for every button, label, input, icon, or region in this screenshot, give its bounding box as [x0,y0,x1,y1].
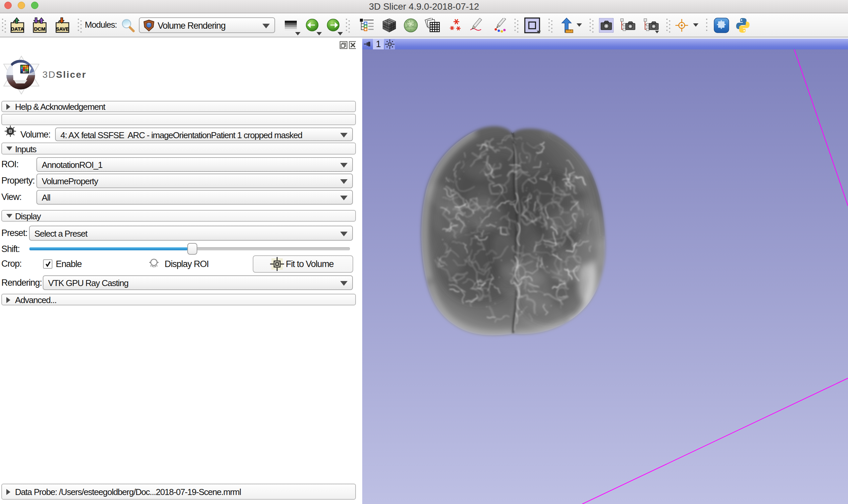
svg-text:DCM: DCM [34,26,46,32]
svg-text:SAVE: SAVE [56,26,69,32]
svg-text:DATA: DATA [11,26,24,32]
